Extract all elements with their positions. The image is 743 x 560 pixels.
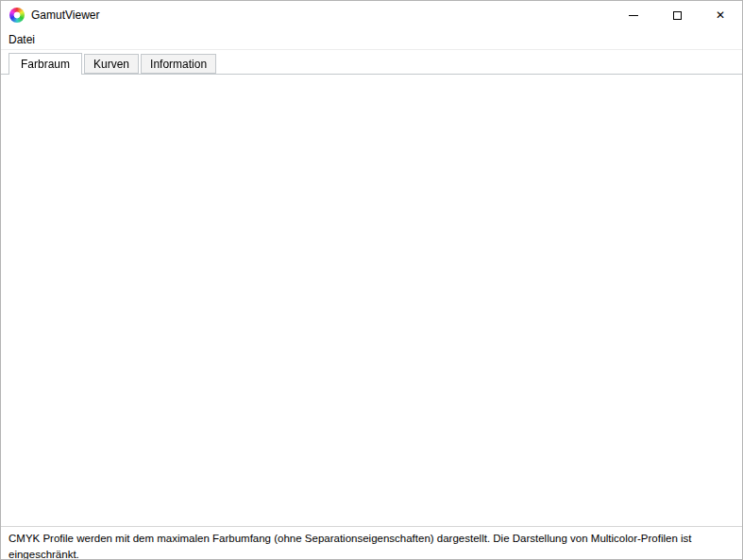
window-controls: ✕: [612, 1, 742, 29]
menu-bar: Datei: [1, 29, 742, 50]
tab-strip: Farbraum Kurven Information: [8, 52, 218, 74]
window-title: GamutViewer: [31, 8, 99, 22]
tab-farbraum[interactable]: Farbraum: [8, 53, 82, 75]
minimize-button[interactable]: [612, 1, 655, 29]
menu-datei[interactable]: Datei: [1, 29, 42, 50]
status-line-2: eingeschränkt.: [8, 548, 740, 560]
title-bar: GamutViewer ✕: [1, 1, 742, 29]
app-color-wheel-icon: [9, 8, 25, 23]
tab-information[interactable]: Information: [141, 54, 216, 74]
maximize-button[interactable]: [655, 1, 699, 29]
tab-kurven[interactable]: Kurven: [84, 54, 139, 74]
tab-page-farbraum: [1, 74, 742, 527]
close-icon: ✕: [716, 9, 725, 21]
close-button[interactable]: ✕: [699, 1, 742, 29]
maximize-icon: [673, 11, 682, 20]
minimize-icon: [629, 15, 638, 16]
app-window: GamutViewer ✕ Datei Farbraum Kurven Info…: [0, 0, 743, 560]
status-line-1: CMYK Profile werden mit dem maximalen Fa…: [8, 532, 740, 545]
